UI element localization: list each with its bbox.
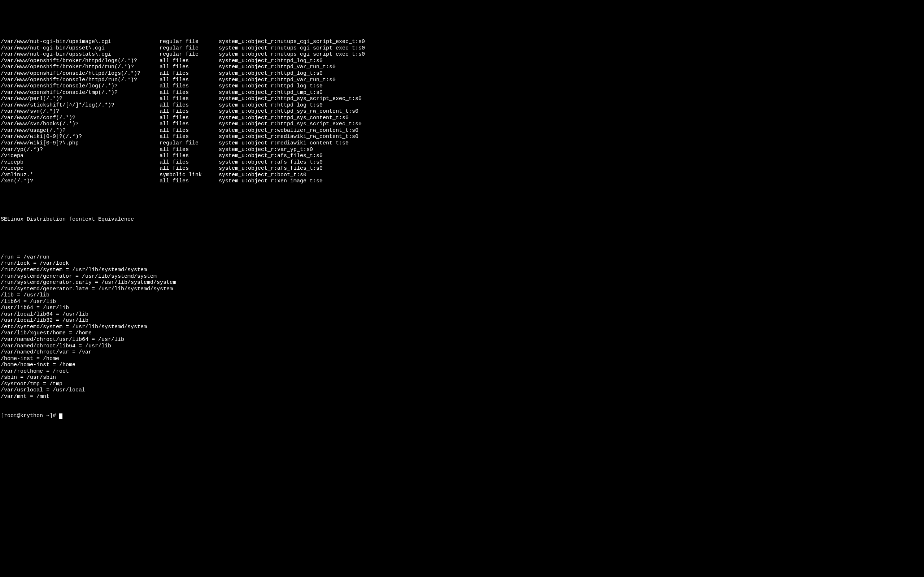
fcontext-context: system_u:object_r:httpd_log_t:s0 [219,83,923,90]
fcontext-type: all files [159,121,219,127]
fcontext-table: /var/www/nut-cgi-bin/upsimage\.cgiregula… [1,39,923,184]
fcontext-type: all files [159,77,219,84]
equivalence-line: /home/home-inst = /home [1,362,923,368]
fcontext-type: all files [159,71,219,77]
fcontext-row: /vicepball filessystem_u:object_r:afs_fi… [1,159,923,166]
fcontext-path: /var/www/nut-cgi-bin/upsset\.cgi [1,45,159,52]
fcontext-path: /var/www/openshift/console/httpd/run(/.*… [1,77,159,84]
fcontext-path: /var/www/usage(/.*)? [1,127,159,134]
fcontext-row: /vicepcall filessystem_u:object_r:afs_fi… [1,165,923,172]
fcontext-row: /var/www/wiki[0-9]?(/.*)?all filessystem… [1,134,923,140]
fcontext-path: /vmlinuz.* [1,172,159,178]
fcontext-context: system_u:object_r:boot_t:s0 [219,172,923,178]
fcontext-context: system_u:object_r:httpd_sys_content_t:s0 [219,115,923,121]
fcontext-type: regular file [159,140,219,147]
fcontext-path: /var/yp(/.*)? [1,147,159,153]
fcontext-row: /var/www/svn(/.*)?all filessystem_u:obje… [1,108,923,115]
fcontext-row: /var/www/wiki[0-9]?\.phpregular filesyst… [1,140,923,147]
fcontext-type: regular file [159,51,219,58]
fcontext-row: /var/www/nut-cgi-bin/upsimage\.cgiregula… [1,39,923,45]
fcontext-type: all files [159,58,219,64]
fcontext-row: /var/www/openshift/console/httpd/run(/.*… [1,77,923,84]
fcontext-path: /var/www/stickshift/[^/]*/log(/.*)? [1,102,159,109]
blank-line [1,235,923,242]
fcontext-type: regular file [159,39,219,45]
equivalence-line: /run/systemd/generator.early = /usr/lib/… [1,279,923,286]
fcontext-row: /var/www/usage(/.*)?all filessystem_u:ob… [1,127,923,134]
fcontext-context: system_u:object_r:nutups_cgi_script_exec… [219,51,923,58]
fcontext-row: /vicepaall filessystem_u:object_r:afs_fi… [1,153,923,159]
fcontext-path: /var/www/nut-cgi-bin/upsstats\.cgi [1,51,159,58]
fcontext-row: /var/www/nut-cgi-bin/upsset\.cgiregular … [1,45,923,52]
fcontext-context: system_u:object_r:httpd_log_t:s0 [219,58,923,64]
equivalence-line: /usr/lib64 = /usr/lib [1,305,923,311]
fcontext-context: system_u:object_r:httpd_log_t:s0 [219,71,923,77]
fcontext-context: system_u:object_r:httpd_sys_script_exec_… [219,121,923,127]
fcontext-path: /var/www/svn/conf(/.*)? [1,115,159,121]
fcontext-context: system_u:object_r:httpd_tmp_t:s0 [219,90,923,96]
fcontext-row: /var/www/openshift/console/httpd/logs(/.… [1,71,923,77]
fcontext-type: all files [159,178,219,184]
fcontext-path: /var/www/openshift/console/log(/.*)? [1,83,159,90]
fcontext-context: system_u:object_r:httpd_var_run_t:s0 [219,77,923,84]
fcontext-type: all files [159,83,219,90]
equivalence-line: /run = /var/run [1,254,923,261]
cursor [59,413,63,419]
blank-line [1,197,923,204]
fcontext-context: system_u:object_r:mediawiki_content_t:s0 [219,140,923,147]
fcontext-path: /xen(/.*)? [1,178,159,184]
fcontext-type: all files [159,102,219,109]
equivalence-line: /run/systemd/generator.late = /usr/lib/s… [1,286,923,292]
terminal-output[interactable]: /var/www/nut-cgi-bin/upsimage\.cgiregula… [1,26,923,425]
fcontext-path: /var/www/perl(/.*)? [1,96,159,102]
fcontext-row: /var/www/nut-cgi-bin/upsstats\.cgiregula… [1,51,923,58]
fcontext-path: /var/www/openshift/broker/httpd/logs(/.*… [1,58,159,64]
fcontext-type: symbolic link [159,172,219,178]
fcontext-context: system_u:object_r:afs_files_t:s0 [219,159,923,166]
fcontext-type: all files [159,64,219,71]
fcontext-type: all files [159,147,219,153]
fcontext-path: /var/www/openshift/console/httpd/logs(/.… [1,71,159,77]
fcontext-type: regular file [159,45,219,52]
section-heading: SELinux Distribution fcontext Equivalenc… [1,216,923,223]
equivalence-line: /var/usrlocal = /usr/local [1,387,923,393]
equivalence-line: /var/lib/xguest/home = /home [1,330,923,337]
fcontext-context: system_u:object_r:httpd_log_t:s0 [219,102,923,109]
fcontext-path: /var/www/openshift/console/tmp(/.*)? [1,90,159,96]
prompt-line[interactable]: [root@krython ~]# [1,413,923,419]
fcontext-type: all files [159,108,219,115]
fcontext-row: /var/www/svn/hooks(/.*)?all filessystem_… [1,121,923,127]
equivalence-line: /sbin = /usr/sbin [1,374,923,381]
fcontext-path: /vicepb [1,159,159,166]
fcontext-path: /var/www/svn/hooks(/.*)? [1,121,159,127]
equivalence-line: /run/lock = /var/lock [1,260,923,267]
fcontext-row: /var/www/svn/conf(/.*)?all filessystem_u… [1,115,923,121]
fcontext-path: /var/www/wiki[0-9]?\.php [1,140,159,147]
fcontext-type: all files [159,96,219,102]
fcontext-context: system_u:object_r:mediawiki_rw_content_t… [219,134,923,140]
equivalence-line: /etc/systemd/system = /usr/lib/systemd/s… [1,324,923,330]
fcontext-context: system_u:object_r:afs_files_t:s0 [219,165,923,172]
equivalence-line: /var/named/chroot/var = /var [1,349,923,356]
fcontext-row: /vmlinuz.*symbolic linksystem_u:object_r… [1,172,923,178]
fcontext-type: all files [159,134,219,140]
fcontext-path: /var/www/svn(/.*)? [1,108,159,115]
fcontext-context: system_u:object_r:nutups_cgi_script_exec… [219,45,923,52]
fcontext-context: system_u:object_r:xen_image_t:s0 [219,178,923,184]
fcontext-type: all files [159,159,219,166]
fcontext-row: /var/www/openshift/broker/httpd/logs(/.*… [1,58,923,64]
equivalence-line: /lib64 = /usr/lib [1,298,923,305]
fcontext-context: system_u:object_r:var_yp_t:s0 [219,147,923,153]
fcontext-path: /vicepc [1,165,159,172]
fcontext-path: /var/www/nut-cgi-bin/upsimage\.cgi [1,39,159,45]
equivalence-line: /var/mnt = /mnt [1,393,923,400]
shell-prompt: [root@krython ~]# [1,413,59,419]
fcontext-row: /var/yp(/.*)?all filessystem_u:object_r:… [1,147,923,153]
fcontext-context: system_u:object_r:httpd_var_run_t:s0 [219,64,923,71]
equivalence-line: /lib = /usr/lib [1,292,923,298]
equivalence-line: /usr/local/lib64 = /usr/lib [1,311,923,318]
fcontext-path: /var/www/openshift/broker/httpd/run(/.*)… [1,64,159,71]
equivalence-list: /run = /var/run/run/lock = /var/lock/run… [1,254,923,400]
equivalence-line: /sysroot/tmp = /tmp [1,381,923,387]
fcontext-type: all files [159,115,219,121]
